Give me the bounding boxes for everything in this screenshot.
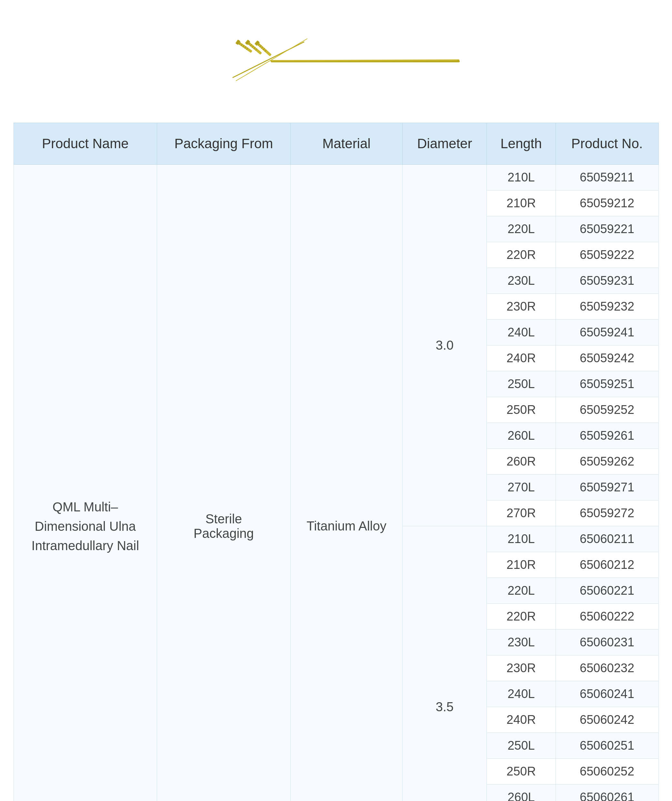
cell-length: 250R [487,759,556,785]
product-table: Product Name Packaging From Material Dia… [14,123,659,801]
cell-length: 220L [487,578,556,604]
cell-product-no: 65059222 [555,242,658,268]
cell-length: 220R [487,604,556,630]
cell-length: 210R [487,190,556,216]
cell-length: 240R [487,707,556,733]
cell-length: 260L [487,785,556,801]
cell-product-no: 65059241 [555,320,658,346]
cell-diameter-35: 3.5 [403,526,487,801]
cell-product-no: 65059252 [555,397,658,423]
cell-product-no: 65059261 [555,423,658,449]
cell-product-no: 65059251 [555,371,658,397]
svg-point-28 [457,60,459,62]
cell-product-no: 65060231 [555,630,658,655]
cell-product-no: 65060251 [555,733,658,759]
cell-length: 230R [487,655,556,681]
cell-length: 270R [487,500,556,526]
cell-product-no: 65059242 [555,346,658,371]
cell-length: 240L [487,681,556,707]
cell-product-name: QML Multi– Dimensional Ulna Intramedulla… [14,165,157,801]
cell-length: 250R [487,397,556,423]
cell-product-no: 65059271 [555,474,658,500]
product-image-area [13,19,659,103]
cell-product-no: 65059212 [555,190,658,216]
cell-length: 260R [487,449,556,474]
cell-product-no: 65060211 [555,526,658,552]
cell-product-no: 65060261 [555,785,658,801]
cell-packaging: Sterile Packaging [157,165,290,801]
page-container: Product Name Packaging From Material Dia… [0,0,672,801]
cell-product-no: 65060232 [555,655,658,681]
cell-length: 230L [487,268,556,294]
cell-product-no: 65059262 [555,449,658,474]
cell-length: 210L [487,526,556,552]
svg-line-27 [236,39,307,81]
cell-product-no: 65059232 [555,294,658,320]
cell-length: 230L [487,630,556,655]
cell-product-no: 65059211 [555,165,658,190]
cell-length: 270L [487,474,556,500]
cell-product-no: 65060252 [555,759,658,785]
cell-product-no: 65060222 [555,604,658,630]
col-header-product-name: Product Name [14,123,157,165]
table-row: QML Multi– Dimensional Ulna Intramedulla… [14,165,658,190]
table-header-row: Product Name Packaging From Material Dia… [14,123,658,165]
cell-length: 220R [487,242,556,268]
col-header-material: Material [290,123,403,165]
nail-illustration [207,32,465,90]
cell-product-no: 65059221 [555,216,658,242]
col-header-packaging: Packaging From [157,123,290,165]
cell-length: 260L [487,423,556,449]
cell-length: 240R [487,346,556,371]
cell-product-no: 65059272 [555,500,658,526]
col-header-length: Length [487,123,556,165]
cell-product-no: 65060212 [555,552,658,578]
svg-line-1 [271,60,459,61]
col-header-diameter: Diameter [403,123,487,165]
cell-length: 250L [487,371,556,397]
table-wrapper: Product Name Packaging From Material Dia… [14,123,659,801]
cell-length: 210R [487,552,556,578]
cell-diameter-30: 3.0 [403,165,487,526]
cell-length: 250L [487,733,556,759]
cell-material: Titanium Alloy [290,165,403,801]
cell-length: 240L [487,320,556,346]
cell-length: 210L [487,165,556,190]
col-header-product-no: Product No. [555,123,658,165]
cell-length: 220L [487,216,556,242]
cell-product-no: 65060242 [555,707,658,733]
cell-product-no: 65060221 [555,578,658,604]
cell-product-no: 65060241 [555,681,658,707]
cell-product-no: 65059231 [555,268,658,294]
cell-length: 230R [487,294,556,320]
